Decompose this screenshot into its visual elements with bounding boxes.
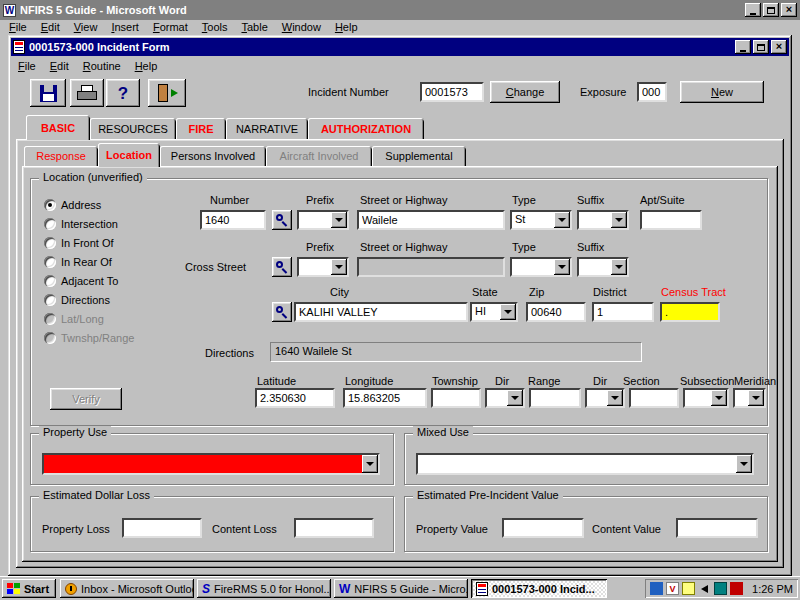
property-use-combo-arrow[interactable] <box>362 455 378 473</box>
zip-field[interactable] <box>526 302 586 322</box>
street-lookup-button[interactable] <box>272 210 292 230</box>
city-label: City <box>330 286 349 299</box>
apt-suite-field[interactable] <box>640 210 702 230</box>
screen: W NFIRS 5 Guide - Microsoft Word × File … <box>0 0 800 600</box>
meridian-combo[interactable] <box>733 388 766 408</box>
subsection-combo[interactable] <box>683 388 729 408</box>
township-field[interactable] <box>431 388 481 408</box>
bg-menu-help[interactable]: Help <box>328 20 365 34</box>
radio-adjacent-to-circle <box>44 275 56 287</box>
radio-adjacent-to[interactable]: Adjacent To <box>44 274 118 287</box>
content-value-field[interactable] <box>676 518 758 538</box>
apt-suite-label: Apt/Suite <box>640 194 685 207</box>
bg-menu-insert[interactable]: Insert <box>104 20 146 34</box>
bg-menu-format[interactable]: Format <box>146 20 195 34</box>
zip-label: Zip <box>529 286 544 299</box>
property-value-field[interactable] <box>502 518 584 538</box>
cross-suffix-combo[interactable] <box>577 257 629 277</box>
task-word[interactable]: W NFIRS 5 Guide - Micro... <box>334 579 468 598</box>
background-window-titlebar[interactable]: W NFIRS 5 Guide - Microsoft Word × <box>0 0 800 20</box>
section-label: Section <box>623 375 660 388</box>
bg-minimize-button[interactable] <box>745 3 761 17</box>
state-combo-arrow[interactable] <box>500 304 516 320</box>
bg-menu-edit[interactable]: Edit <box>34 20 67 34</box>
property-use-combo[interactable] <box>42 453 380 475</box>
bg-menu-view[interactable]: View <box>67 20 105 34</box>
mail-icon[interactable] <box>682 582 695 595</box>
city-lookup-button[interactable] <box>272 302 292 322</box>
radio-intersection-circle <box>44 218 56 230</box>
suffix-combo-arrow[interactable] <box>611 212 627 228</box>
task-outlook[interactable]: Inbox - Microsoft Outlook <box>60 579 194 598</box>
number-field[interactable] <box>200 210 266 230</box>
suffix-combo[interactable] <box>577 210 629 230</box>
radio-address-circle <box>44 199 56 211</box>
dir2-combo-arrow[interactable] <box>607 390 623 406</box>
cross-suffix-combo-arrow[interactable] <box>611 259 627 275</box>
radio-lat-long-circle <box>44 313 56 325</box>
dir2-combo[interactable] <box>585 388 625 408</box>
cross-street-label: Cross Street <box>185 261 246 274</box>
meridian-label: Meridian <box>734 375 776 388</box>
census-tract-field[interactable] <box>660 302 720 322</box>
directions-field: 1640 Wailele St <box>270 342 642 362</box>
cross-street-lookup-button[interactable] <box>272 257 292 277</box>
cross-type-combo[interactable] <box>510 257 572 277</box>
volume-icon[interactable] <box>701 585 708 593</box>
city-field[interactable] <box>294 302 468 322</box>
type-combo[interactable]: St <box>510 210 572 230</box>
street-label: Street or Highway <box>360 194 447 207</box>
bg-menu-window[interactable]: Window <box>275 20 328 34</box>
prefix-label: Prefix <box>306 194 334 207</box>
radio-in-rear-of[interactable]: In Rear Of <box>44 255 112 268</box>
district-field[interactable] <box>592 302 654 322</box>
bg-menu-table[interactable]: Table <box>234 20 274 34</box>
state-label: State <box>472 286 498 299</box>
network-icon[interactable] <box>650 582 663 595</box>
radio-directions[interactable]: Directions <box>44 293 110 306</box>
cross-prefix-combo-arrow[interactable] <box>331 259 347 275</box>
meridian-combo-arrow[interactable] <box>748 390 764 406</box>
state-combo[interactable]: HI <box>470 302 518 322</box>
dir1-combo[interactable] <box>485 388 525 408</box>
cross-type-combo-arrow[interactable] <box>554 259 570 275</box>
bg-menu-tools[interactable]: Tools <box>195 20 235 34</box>
incident-form-dialog: 0001573-000 Incident Form × File Edit Ro… <box>8 35 792 576</box>
radio-address[interactable]: Address <box>44 198 101 211</box>
radio-intersection[interactable]: Intersection <box>44 217 118 230</box>
location-legend: Location (unverified) <box>39 171 147 184</box>
radio-twnshp-range-circle <box>44 332 56 344</box>
longitude-field[interactable] <box>343 388 427 408</box>
latitude-field[interactable] <box>255 388 335 408</box>
mixed-use-combo-arrow[interactable] <box>736 455 752 473</box>
property-loss-field[interactable] <box>122 518 202 538</box>
type-combo-arrow[interactable] <box>554 212 570 228</box>
radio-in-front-of[interactable]: In Front Of <box>44 236 114 249</box>
mixed-use-combo[interactable] <box>416 453 754 475</box>
cross-type-label: Type <box>512 241 536 254</box>
section-field[interactable] <box>629 388 679 408</box>
task-firerms[interactable]: S FireRMS 5.0 for Honol... <box>197 579 331 598</box>
subsection-combo-arrow[interactable] <box>711 390 727 406</box>
dir2-label: Dir <box>593 375 607 388</box>
bg-menu-file[interactable]: File <box>2 20 34 34</box>
prefix-combo[interactable] <box>297 210 349 230</box>
number-label: Number <box>210 194 249 207</box>
start-button[interactable]: Start <box>2 579 56 598</box>
street-field[interactable] <box>357 210 505 230</box>
windows-logo-icon <box>7 583 20 594</box>
antivirus-icon[interactable]: V <box>666 582 679 595</box>
bg-close-button[interactable]: × <box>781 3 797 17</box>
taskbar-clock[interactable]: 1:26 PM <box>752 583 793 595</box>
dir1-combo-arrow[interactable] <box>507 390 523 406</box>
display-icon[interactable] <box>714 582 727 595</box>
range-field[interactable] <box>529 388 581 408</box>
cross-prefix-combo[interactable] <box>297 257 349 277</box>
task-incident-form[interactable]: 0001573-000 Incid... <box>471 579 607 598</box>
prefix-combo-arrow[interactable] <box>331 212 347 228</box>
bg-maximize-button[interactable] <box>763 3 779 17</box>
magnifier-icon <box>275 260 289 274</box>
content-value-label: Content Value <box>592 523 661 536</box>
content-loss-field[interactable] <box>294 518 374 538</box>
modem-icon[interactable] <box>730 582 743 595</box>
